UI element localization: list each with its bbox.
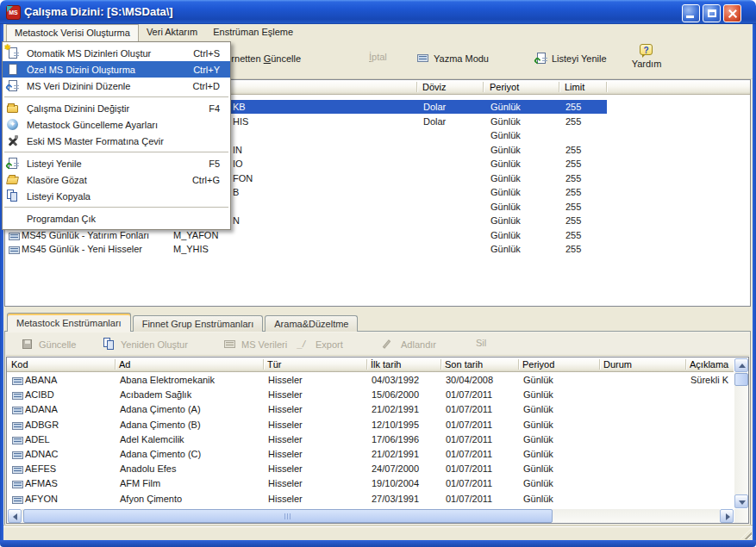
resize-grip[interactable]: [740, 528, 752, 539]
directory-code: IO: [233, 159, 243, 169]
instrument-periyod: Günlük: [523, 375, 553, 385]
instrument-row-ABANA[interactable]: ABANAAbana ElektromekanikHisseler04/03/1…: [8, 373, 733, 388]
folder-icon: [6, 102, 20, 115]
instrument-periyod: Günlük: [523, 463, 553, 474]
directories-header-doviz[interactable]: Döviz: [422, 82, 447, 92]
refresh-icon: [534, 52, 548, 65]
header-separator: [559, 82, 559, 92]
vertical-scrollbar-thumb[interactable]: [734, 373, 748, 386]
grid-header-i-lk-tarih[interactable]: İlk tarih: [371, 359, 401, 370]
menu-item-ms-veri-dizinini-d-zenle[interactable]: MS Veri Dizinini DüzenleCtrl+D: [3, 78, 230, 94]
instrument-kod: AEFES: [25, 463, 56, 474]
instrument-row-ADNAC[interactable]: ADNACAdana Çimento (C)Hisseler21/02/1991…: [8, 447, 733, 462]
menu-item-listeyi-yenile[interactable]: Listeyi YenileF5: [3, 155, 230, 171]
menu-item-label: Klasöre Gözat: [27, 175, 87, 185]
instrument-row-ADANA[interactable]: ADANAAdana Çimento (A)Hisseler21/02/1991…: [8, 402, 733, 417]
yazma-modu-button[interactable]: Yazma Modu: [416, 52, 489, 65]
instrument-son-tarih: 30/04/2008: [446, 375, 493, 385]
instrument-periyod: Günlük: [523, 434, 553, 444]
vertical-scrollbar-track[interactable]: [734, 372, 748, 508]
scroll-right-button[interactable]: [720, 509, 734, 523]
scroll-up-button[interactable]: [734, 358, 748, 372]
instruments-toolbar-ms-verileri-button[interactable]: MS Verileri: [223, 338, 287, 351]
yardim-button[interactable]: ?Yardım: [626, 44, 667, 69]
window-title: Çalışma Dizini: [S:\MSData\]: [24, 5, 173, 18]
instrument-row-AEFES[interactable]: AEFESAnadolu EfesHisseler24/07/200001/07…: [8, 462, 733, 476]
tab-arama-d-zeltme[interactable]: Arama&Düzeltme: [265, 315, 358, 332]
instrument-row-ACIBD[interactable]: ACIBDAcıbadem SağlıkHisseler15/06/200001…: [8, 388, 733, 402]
instrument-ad: Adana Çimento (A): [120, 404, 201, 414]
scroll-left-button[interactable]: [8, 509, 22, 523]
menubar-item-3[interactable]: Enstrüman Eşleme: [205, 24, 301, 41]
instruments-rows: ABANAAbana ElektromekanikHisseler04/03/1…: [7, 373, 734, 509]
tab-finnet-grup-enstr-manlar-[interactable]: Finnet Grup Enstrümanları: [133, 315, 264, 332]
grid-header-ad[interactable]: Ad: [119, 359, 130, 370]
menu-item-label: Listeyi Kopyala: [27, 191, 91, 202]
arrow-right-icon: [726, 513, 730, 520]
menu-item-klas-re-g-zat[interactable]: Klasöre GözatCtrl+G: [3, 171, 230, 188]
instrument-ad: Abana Elektromekanik: [120, 375, 215, 385]
instrument-row-ADBGR[interactable]: ADBGRAdana Çimento (B)Hisseler12/10/1995…: [8, 418, 733, 432]
instrument-son-tarih: 01/07/2011: [446, 494, 492, 504]
grid-header-son-tarih[interactable]: Son tarih: [445, 359, 483, 370]
menubar-item-1[interactable]: Metastock Verisi Oluşturma: [6, 24, 139, 41]
instruments-toolbar-yeniden-olu-tur-button[interactable]: Yeniden Oluştur: [103, 338, 188, 351]
iptal-button[interactable]: İptal: [369, 52, 387, 62]
listeyi-yenile-label: Listeyi Yenile: [552, 53, 607, 64]
window-border-right: [753, 24, 756, 541]
tab-metastock-enstr-manlar-[interactable]: Metastock Enstrümanları: [7, 313, 131, 332]
instrument-row-AFMAS[interactable]: AFMASAFM FilmHisseler19/10/200401/07/201…: [8, 476, 733, 491]
listeyi-yenile-button[interactable]: Listeyi Yenile: [534, 52, 607, 65]
menubar-item-2[interactable]: Veri Aktarım: [139, 24, 205, 41]
directory-periyot: Günlük: [490, 215, 521, 226]
directory-limit: 255: [565, 159, 581, 169]
directory-code: FON: [233, 173, 253, 183]
toolbar-button-label: Adlandır: [401, 339, 436, 350]
status-bar: [3, 526, 753, 540]
grid-header-durum[interactable]: Durum: [603, 359, 632, 370]
horizontal-scrollbar-thumb[interactable]: [23, 509, 553, 523]
instrument-kod: ABANA: [25, 375, 57, 385]
instrument-ilk-tarih: 04/03/1992: [372, 375, 419, 385]
instruments-toolbar-sil-button[interactable]: Sil: [476, 338, 486, 348]
grid-header-periyod[interactable]: Periyod: [522, 359, 554, 370]
scroll-down-button[interactable]: [734, 494, 748, 508]
grid-header-a-klama[interactable]: Açıklama: [690, 359, 734, 370]
grid-header-t-r[interactable]: Tür: [267, 359, 282, 370]
directory-periyot: Günlük: [490, 145, 521, 155]
menu-item-eski-ms-master-format-na-evir[interactable]: Eski MS Master Formatına Çevir: [3, 133, 230, 149]
instrument-ilk-tarih: 12/10/1995: [372, 420, 419, 430]
menu-bar: Metastock Verisi OluşturmaVeri AktarımEn…: [3, 24, 753, 41]
instruments-panel: GüncelleYeniden OluşturMS Verileri_/Expo…: [4, 331, 751, 525]
directories-header-limit[interactable]: Limit: [565, 82, 584, 92]
instrument-row-AFYON[interactable]: AFYONAfyon ÇimentoHisseler27/03/199101/0…: [8, 492, 733, 507]
instrument-son-tarih: 01/07/2011: [446, 389, 492, 400]
instrument-tur: Hisseler: [268, 389, 303, 400]
close-button[interactable]: [723, 4, 741, 22]
menu-separator: [4, 152, 228, 152]
menu-item--zel-ms-dizini-olu-turma[interactable]: Özel MS Dizini OluşturmaCtrl+Y: [3, 61, 230, 78]
directory-row-11[interactable]: MS45 Günlük - Yeni HisselerM_YHISGünlük2…: [6, 242, 747, 256]
menu-item-programdan-k[interactable]: Programdan Çık: [3, 210, 230, 227]
instrument-kod: AFYON: [25, 494, 58, 504]
instrument-ad: Adel Kalemcilik: [120, 434, 184, 444]
menu-item-otomatik-ms-dizinleri-olu-tur[interactable]: ✱Otomatik MS Dizinleri OluşturCtrl+S: [3, 45, 230, 61]
maximize-button[interactable]: [703, 4, 721, 22]
instrument-row-ADEL[interactable]: ADELAdel KalemcilikHisseler17/06/199601/…: [8, 432, 733, 447]
instruments-toolbar-export-button[interactable]: _/Export: [297, 338, 343, 351]
header-separator: [115, 359, 116, 370]
instrument-tur: Hisseler: [268, 478, 303, 488]
title-bar: MS Çalışma Dizini: [S:\MSData\]: [0, 0, 756, 24]
instrument-tur: Hisseler: [268, 449, 303, 459]
new-file-icon: ✱: [6, 47, 20, 60]
menu-item-shortcut: Ctrl+S: [193, 48, 230, 59]
menu-item-listeyi-kopyala[interactable]: Listeyi Kopyala: [3, 188, 230, 204]
directories-header-periyot[interactable]: Periyot: [490, 82, 519, 92]
grid-header-kod[interactable]: Kod: [11, 359, 28, 370]
header-separator: [685, 359, 686, 370]
menu-item--al-ma-dizinini-de-i-tir[interactable]: Çalışma Dizinini DeğiştirF4: [3, 100, 230, 116]
minimize-button[interactable]: [682, 4, 700, 22]
instruments-toolbar-adland-r-button[interactable]: Adlandır: [383, 338, 436, 351]
menu-item-metastock-g-ncelleme-ayarlar-[interactable]: ✦Metastock Güncelleme Ayarları: [3, 116, 230, 133]
instruments-toolbar-g-ncelle-button[interactable]: Güncelle: [21, 338, 76, 351]
